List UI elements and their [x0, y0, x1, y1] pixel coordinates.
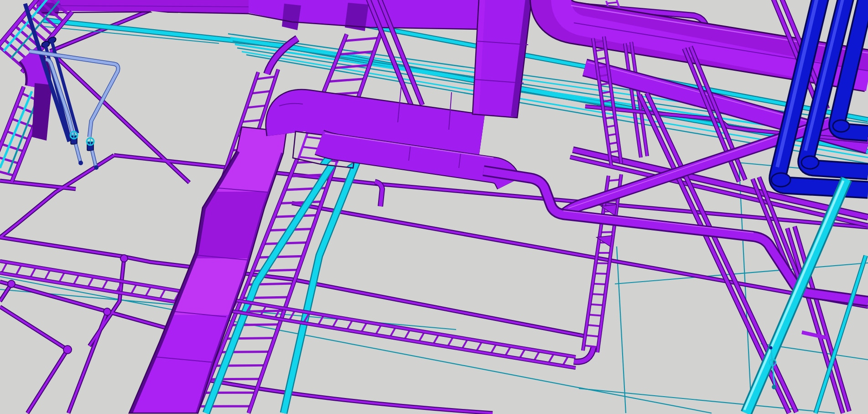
ladder-rung	[590, 304, 604, 305]
ladder-rung	[607, 2, 618, 3]
ladder-rung	[591, 294, 605, 295]
ladder-rung	[588, 314, 603, 316]
cad-3d-viewport[interactable]	[0, 0, 868, 414]
ladder-rung	[594, 273, 608, 274]
ladder-rung	[593, 284, 606, 284]
model-scene	[0, 0, 868, 414]
ladder-rung	[253, 270, 298, 271]
ladder-rung	[596, 263, 609, 264]
ladder-rung	[600, 232, 613, 232]
ladder-rung	[258, 256, 303, 257]
